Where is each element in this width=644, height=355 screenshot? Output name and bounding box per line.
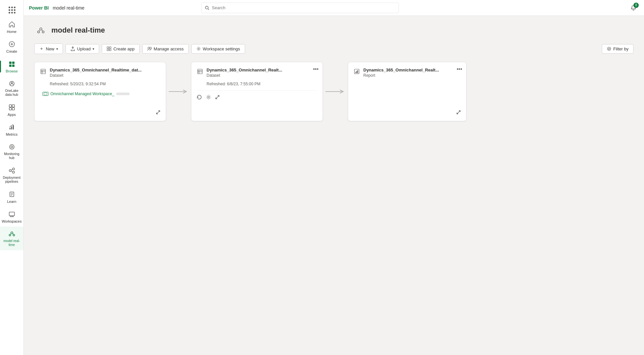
sidebar-item-learn[interactable]: Learn [0,187,23,207]
apps-icon [8,103,16,111]
workspace-settings-button[interactable]: Workspace settings [191,44,245,54]
onelake-icon [8,80,16,88]
card-3: Dynamics_365_Omnichannel_Realt... Report… [348,62,466,121]
upload-chevron-icon: ▾ [93,47,94,51]
upload-icon [70,46,75,51]
filter-button[interactable]: Filter by [602,44,633,54]
card-2-meta: Refreshed: 6/8/23, 7:55:00 PM [207,82,317,86]
card-2-actions: ••• [313,66,319,72]
sidebar-item-label: Apps [8,113,16,117]
workspaces-icon [8,210,16,218]
sidebar-item-home[interactable]: Home [0,17,23,37]
create-app-button[interactable]: Create app [102,44,139,54]
sidebar-item-label: Deploymentpipelines [3,176,20,184]
svg-line-34 [10,233,11,234]
create-app-icon [107,46,111,51]
sidebar-item-apps-grid[interactable] [0,3,23,17]
svg-rect-10 [12,105,14,107]
monitoring-icon [8,143,16,151]
model-realtime-icon [8,230,16,238]
svg-line-41 [39,30,40,31]
svg-rect-13 [10,128,11,129]
sidebar-item-create[interactable]: Create [0,37,23,57]
search-input[interactable] [212,5,395,10]
filter-icon [607,46,611,51]
svg-rect-69 [355,72,356,73]
svg-rect-43 [107,47,109,48]
create-icon [8,40,16,48]
svg-point-8 [11,82,13,84]
svg-point-17 [11,146,13,148]
sidebar-item-label: Browse [6,69,18,73]
browse-icon [8,60,16,68]
manage-access-button-label: Manage access [154,46,184,51]
card-3-more-button[interactable]: ••• [457,66,462,72]
svg-point-40 [42,31,44,33]
upload-button[interactable]: Upload ▾ [66,44,99,54]
card-1-title: Dynamics_365_Omnichannel_Realtime_dat... [50,68,160,72]
svg-rect-11 [9,108,12,110]
sidebar-item-label: Learn [7,200,16,204]
manage-access-icon [147,46,152,51]
refresh-button[interactable] [197,95,202,101]
svg-rect-46 [109,49,111,51]
sidebar-item-monitoring[interactable]: Monitoringhub [0,140,23,163]
sidebar-item-workspaces[interactable]: Workspaces [0,207,23,227]
svg-rect-12 [12,108,14,110]
workspace-icon [34,24,47,37]
sidebar-item-metrics[interactable]: Metrics [0,120,23,140]
sidebar-item-model-realtime[interactable]: model real-time [0,227,23,250]
card-1-footer [40,106,160,116]
svg-line-22 [11,171,13,172]
apps-grid-icon [8,6,16,14]
sidebar-item-onelake[interactable]: OneLakedata hub [0,76,23,100]
card-1-expand-icon[interactable] [156,110,160,116]
workspace-title: model real-time [51,26,105,35]
svg-point-64 [208,96,210,98]
card-2-more-button[interactable]: ••• [313,66,319,72]
card-1-link-text[interactable]: Omnichannel Managed Workspace_ [50,92,114,96]
topbar-workspace-name: model real-time [53,5,84,11]
svg-rect-44 [109,47,111,48]
search-box[interactable] [201,3,399,13]
upload-button-label: Upload [77,46,91,51]
card-3-expand-icon[interactable] [456,110,461,116]
sidebar-item-label: model real-time [3,239,20,247]
toolbar: ＋ New ▾ Upload ▾ Cr [34,43,633,54]
lineage-container: Dynamics_365_Omnichannel_Realtime_dat...… [34,62,633,121]
workspace-header: model real-time [34,24,633,37]
sidebar-item-label: Home [7,30,16,34]
settings-action-button[interactable] [206,95,211,101]
new-button[interactable]: ＋ New ▾ [34,43,63,54]
chevron-down-icon: ▾ [56,47,58,51]
plus-icon: ＋ [39,46,44,52]
workspace-settings-button-label: Workspace settings [203,46,240,51]
svg-rect-4 [12,62,14,64]
sidebar-item-deployment[interactable]: Deploymentpipelines [0,163,23,187]
svg-point-20 [13,171,14,173]
active-indicator [0,61,1,72]
card-2: Dynamics_365_Omnichannel_Realt... Datase… [191,62,323,121]
sidebar-item-browse[interactable]: Browse [0,57,23,76]
svg-rect-45 [107,49,109,51]
card-3-footer [353,106,461,116]
svg-point-33 [13,234,14,236]
main-area: Power BI model real-time 8 [24,0,644,355]
dataset-icon-2 [197,68,203,75]
notifications-button[interactable]: 8 [628,3,639,13]
svg-point-51 [608,48,610,49]
sidebar-item-apps[interactable]: Apps [0,100,23,120]
svg-rect-56 [44,93,47,95]
filter-button-label: Filter by [613,46,629,51]
card-2-header: Dynamics_365_Omnichannel_Realt... Datase… [197,68,317,78]
sidebar-item-label: Metrics [6,132,17,136]
svg-rect-52 [41,69,45,74]
svg-line-35 [13,233,14,234]
manage-access-button[interactable]: Manage access [142,44,189,54]
svg-rect-27 [9,212,14,216]
sidebar-item-label: OneLakedata hub [5,89,18,97]
create-app-button-label: Create app [113,46,134,51]
expand-action-button[interactable] [215,95,220,101]
card-3-title: Dynamics_365_Omnichannel_Realt... [363,68,461,72]
content-area: model real-time ＋ New ▾ Upload ▾ [24,16,644,355]
